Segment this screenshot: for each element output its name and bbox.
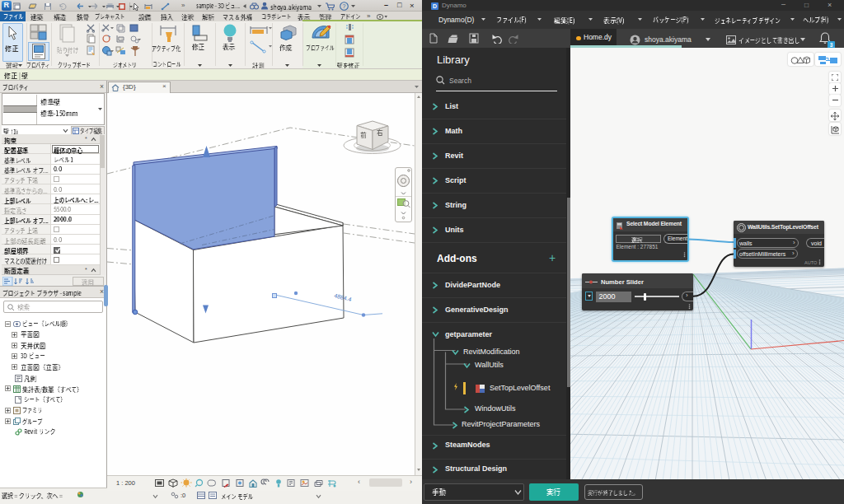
svg-text:?: ? (342, 2, 345, 10)
